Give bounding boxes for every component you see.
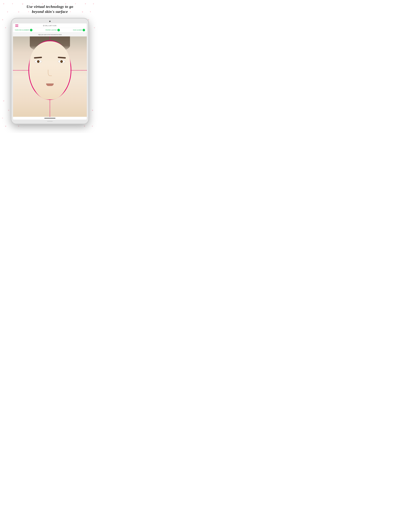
eyebrows-area — [34, 57, 66, 58]
headline-line1: Use virtual technology to go — [26, 4, 73, 9]
camera-dot — [49, 21, 51, 22]
left-eyebrow — [34, 57, 42, 59]
status-proper-lighting: PROPER LIGHTING ✓ — [45, 29, 60, 31]
nose — [48, 70, 52, 76]
left-eye-pupil — [37, 60, 39, 63]
page-headline: Use virtual technology to go beyond skin… — [21, 4, 79, 14]
app-title: EVALUATION — [43, 25, 57, 26]
face-area — [13, 36, 87, 117]
hamburger-line-1 — [15, 25, 18, 25]
right-eye-white — [58, 60, 65, 63]
status-eyes-alignment: YOUR EYES ALIGNMENT ✓ — [15, 29, 32, 31]
eyes-alignment-label: YOUR EYES ALIGNMENT — [15, 29, 29, 31]
status-face-aligned: FACE ALIGNED ✓ — [73, 29, 85, 31]
status-bar: YOUR EYES ALIGNMENT ✓ PROPER LIGHTING ✓ … — [13, 28, 87, 32]
left-eye — [35, 60, 42, 63]
app-header: EVALUATION — [13, 23, 87, 28]
page-content: Use virtual technology to go beyond skin… — [0, 0, 100, 126]
eyes-area — [35, 60, 65, 63]
hamburger-line-3 — [15, 26, 18, 27]
home-indicator — [13, 117, 87, 120]
instruction-bar: Align your eyes to the horizontal line b… — [13, 32, 87, 36]
tablet-screen: EVALUATION YOUR EYES ALIGNMENT ✓ PROPER … — [13, 23, 87, 120]
hamburger-button[interactable] — [15, 25, 18, 27]
right-eye-pupil — [60, 60, 63, 63]
tablet-bottom-edge — [47, 121, 53, 121]
proper-lighting-check: ✓ — [57, 29, 60, 31]
nose-area — [48, 70, 52, 76]
face-aligned-check: ✓ — [83, 29, 85, 31]
tablet-frame: EVALUATION YOUR EYES ALIGNMENT ✓ PROPER … — [11, 18, 89, 124]
home-bar — [44, 118, 55, 119]
instruction-text: Align your eyes to the horizontal line b… — [38, 34, 62, 35]
mouth-area — [46, 83, 54, 86]
tablet-wrapper: EVALUATION YOUR EYES ALIGNMENT ✓ PROPER … — [10, 18, 90, 126]
face-aligned-label: FACE ALIGNED — [73, 29, 82, 31]
right-eyebrow — [58, 57, 66, 59]
eyes-alignment-check: ✓ — [30, 29, 32, 31]
hamburger-line-2 — [15, 25, 18, 26]
proper-lighting-label: PROPER LIGHTING — [45, 29, 57, 31]
headline-line2: beyond skin's surface — [32, 9, 68, 14]
left-eye-white — [35, 60, 42, 63]
right-eye — [58, 60, 65, 63]
lips — [46, 83, 54, 86]
